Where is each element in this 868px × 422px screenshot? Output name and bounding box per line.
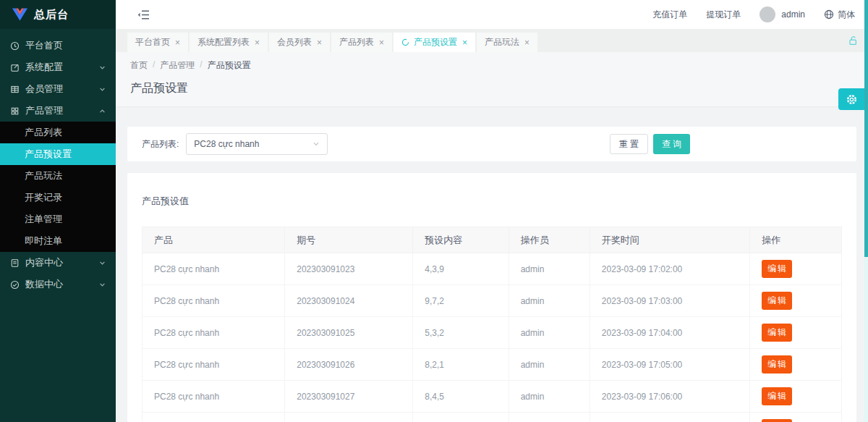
menu-fold-icon[interactable] <box>137 9 150 20</box>
chevron-down-icon <box>312 140 320 148</box>
operator-cell: admin <box>509 253 590 285</box>
close-icon[interactable]: × <box>462 38 467 47</box>
breadcrumb-item[interactable]: 首页 <box>130 59 148 72</box>
column-header: 开奖时间 <box>590 227 749 253</box>
product-select-value: PC28 cực nhanh <box>194 139 259 149</box>
issue-cell: 202303091028 <box>285 413 413 422</box>
tab-平台首页[interactable]: 平台首页× <box>127 33 188 52</box>
tab-产品玩法[interactable]: 产品玩法× <box>477 33 537 52</box>
sidebar-item-label: 产品管理 <box>25 104 63 117</box>
withdraw-orders-link[interactable]: 提现订单 <box>706 9 741 21</box>
table-icon <box>10 85 20 94</box>
issue-cell: 202303091024 <box>285 285 413 317</box>
user-menu[interactable]: admin <box>760 7 805 22</box>
username: admin <box>781 9 805 20</box>
product-cell: PC28 cực nhanh <box>142 285 285 317</box>
tab-产品列表[interactable]: 产品列表× <box>331 33 392 52</box>
submenu-item[interactable]: 产品预设置 <box>0 143 116 165</box>
logo[interactable]: 总后台 <box>0 0 116 29</box>
draw-time-cell: 2023-03-09 17:04:00 <box>590 317 749 349</box>
action-cell: 编辑 <box>750 253 842 285</box>
breadcrumb-item[interactable]: 产品管理 <box>160 59 195 72</box>
product-cell: PC28 cực nhanh <box>142 349 285 381</box>
submenu-item[interactable]: 即时注单 <box>0 230 116 252</box>
refresh-icon[interactable] <box>401 38 409 46</box>
table-row: PC28 cực nhanh2023030910278,4,5admin2023… <box>142 381 842 413</box>
close-icon[interactable]: × <box>379 38 384 47</box>
submenu: 产品列表产品预设置产品玩法开奖记录注单管理即时注单 <box>0 122 116 252</box>
edit-button[interactable]: 编辑 <box>762 419 792 422</box>
search-button[interactable]: 查询 <box>653 134 690 154</box>
sidebar-item-doc[interactable]: 内容中心 <box>0 252 116 274</box>
page-header: 首页/产品管理/产品预设置 产品预设置 <box>116 52 868 107</box>
sidebar-item-label: 会员管理 <box>25 83 63 96</box>
preset-cell: 7,4,5 <box>413 413 509 422</box>
tab-系统配置列表[interactable]: 系统配置列表× <box>190 33 268 52</box>
reset-button[interactable]: 重置 <box>610 134 648 154</box>
sidebar-menu: 平台首页系统配置会员管理产品管理产品列表产品预设置产品玩法开奖记录注单管理即时注… <box>0 29 116 295</box>
grid-icon <box>10 106 20 116</box>
table-row: PC28 cực nhanh2023030910234,3,9admin2023… <box>142 253 842 285</box>
sidebar-item-grid[interactable]: 产品管理 <box>0 100 116 122</box>
recharge-orders-link[interactable]: 充值订单 <box>652 9 687 21</box>
language-switcher[interactable]: 简体 <box>824 9 855 21</box>
table-card: 产品预设值 产品期号预设内容操作员开奖时间操作 PC28 cực nhanh20… <box>127 173 856 422</box>
globe-icon <box>824 9 834 20</box>
settings-button[interactable] <box>838 88 864 110</box>
edit-button[interactable]: 编辑 <box>762 355 792 374</box>
chevron-down-icon <box>99 86 106 93</box>
close-icon[interactable]: × <box>255 38 260 47</box>
chevron-up-icon <box>99 108 106 114</box>
edit-button[interactable]: 编辑 <box>762 292 792 310</box>
filter-card: 产品列表: PC28 cực nhanh 重置 查询 <box>127 127 856 161</box>
breadcrumb-separator: / <box>200 59 202 72</box>
preset-cell: 8,4,5 <box>413 381 509 413</box>
close-icon[interactable]: × <box>317 38 322 47</box>
preset-cell: 5,3,2 <box>413 317 509 349</box>
column-header: 操作 <box>750 227 842 253</box>
edit-button[interactable]: 编辑 <box>762 387 792 405</box>
topbar: 充值订单 提现订单 admin 简体 <box>116 0 868 29</box>
submenu-item[interactable]: 产品玩法 <box>0 165 116 187</box>
chevron-down-icon <box>99 282 106 288</box>
table-title: 产品预设值 <box>142 195 842 208</box>
sidebar-item-check-circle[interactable]: 数据中心 <box>0 274 116 295</box>
sidebar: 总后台 平台首页系统配置会员管理产品管理产品列表产品预设置产品玩法开奖记录注单管… <box>0 0 116 422</box>
submenu-item[interactable]: 产品列表 <box>0 122 116 143</box>
sidebar-item-clock[interactable]: 平台首页 <box>0 35 116 56</box>
avatar <box>760 7 775 22</box>
scrollbar-thumb[interactable] <box>864 0 868 257</box>
operator-cell: admin <box>509 381 590 413</box>
issue-cell: 202303091027 <box>285 381 413 413</box>
product-cell: PC28 cực nhanh <box>142 381 285 413</box>
page-scrollbar[interactable] <box>864 0 868 422</box>
chevron-down-icon <box>99 64 106 71</box>
tab-会员列表[interactable]: 会员列表× <box>269 33 330 52</box>
tab-产品预设置[interactable]: 产品预设置× <box>393 33 475 52</box>
column-header: 预设内容 <box>413 227 509 253</box>
action-cell: 编辑 <box>750 285 842 317</box>
tab-bar: 平台首页×系统配置列表×会员列表×产品列表×产品预设置×产品玩法× <box>116 29 868 52</box>
close-icon[interactable]: × <box>524 38 529 47</box>
preset-cell: 9,7,2 <box>413 285 509 317</box>
close-icon[interactable]: × <box>175 38 180 47</box>
sidebar-item-edit[interactable]: 系统配置 <box>0 56 116 78</box>
preset-cell: 8,2,1 <box>413 349 509 381</box>
submenu-item[interactable]: 注单管理 <box>0 208 116 230</box>
operator-cell: admin <box>509 349 590 381</box>
table-body: PC28 cực nhanh2023030910234,3,9admin2023… <box>142 253 842 422</box>
column-header: 操作员 <box>509 227 590 253</box>
table-row: PC28 cực nhanh2023030910249,7,2admin2023… <box>142 285 842 317</box>
edit-button[interactable]: 编辑 <box>762 324 792 342</box>
operator-cell: admin <box>509 285 590 317</box>
submenu-item[interactable]: 开奖记录 <box>0 187 116 208</box>
edit-button[interactable]: 编辑 <box>762 260 792 278</box>
product-select[interactable]: PC28 cực nhanh <box>186 133 328 155</box>
draw-time-cell: 2023-03-09 17:05:00 <box>590 349 749 381</box>
preset-table: 产品期号预设内容操作员开奖时间操作 PC28 cực nhanh20230309… <box>142 227 842 422</box>
sidebar-item-table[interactable]: 会员管理 <box>0 78 116 100</box>
unlock-icon[interactable] <box>848 35 858 46</box>
table-row: PC28 cực nhanh2023030910268,2,1admin2023… <box>142 349 842 381</box>
breadcrumb-separator: / <box>153 59 155 72</box>
product-cell: PC28 cực nhanh <box>142 317 285 349</box>
